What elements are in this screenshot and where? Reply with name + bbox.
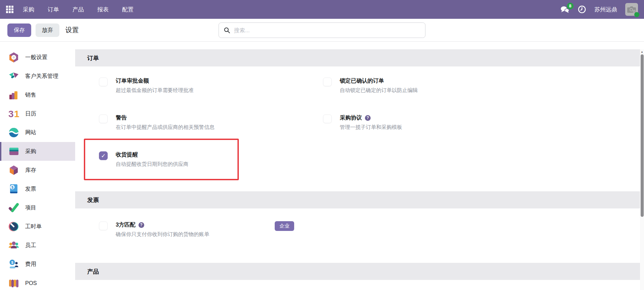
sidebar-item-label: POS [25, 280, 37, 286]
nav-reporting[interactable]: 报表 [97, 6, 109, 13]
scrollbar-thumb[interactable] [641, 54, 644, 217]
grid-icon [6, 6, 13, 13]
svg-text:3: 3 [8, 109, 14, 119]
nav-purchase[interactable]: 采购 [23, 6, 34, 13]
sidebar-item-label: 一般设置 [25, 54, 47, 61]
sidebar-item-sales[interactable]: 销售 [0, 86, 75, 104]
invoicing-icon: $ [8, 183, 19, 195]
project-icon [8, 202, 19, 213]
sidebar-item-label: 网站 [25, 129, 36, 136]
employees-icon [8, 240, 19, 251]
general-settings-icon [8, 52, 19, 63]
setting-description: 管理一揽子订单和采购模板 [340, 124, 402, 131]
setting-description: 确保你只支付你收到你订购的货物的账单 [116, 231, 209, 238]
nav-configuration[interactable]: 配置 [122, 6, 133, 13]
section-title: 发票 [87, 196, 99, 204]
setting-purchase-agreements: ✓ 采购协议 ? 管理一揽子订单和采购模板 [323, 114, 547, 135]
online-status-dot [634, 12, 639, 17]
timesheets-icon [8, 221, 19, 232]
sidebar-item-label: 客户关系管理 [25, 72, 58, 80]
nav-products[interactable]: 产品 [72, 6, 84, 13]
sidebar-item-label: 发票 [25, 185, 36, 193]
control-panel: 保存 放弃 设置 [0, 19, 644, 42]
discard-button[interactable]: 放弃 [36, 23, 59, 37]
calendar-icon: 3 1 [8, 108, 19, 119]
messages-button[interactable]: 8 [560, 6, 570, 13]
pos-icon [8, 277, 19, 289]
messages-badge: 8 [567, 3, 574, 9]
sidebar-item-project[interactable]: 项目 [0, 198, 75, 217]
setting-order-approval: ✓ 订单审批金额 超过最低金额的订单需要经理批准 [99, 77, 323, 98]
nav-orders[interactable]: 订单 [48, 6, 59, 13]
help-icon[interactable]: ? [365, 115, 371, 121]
apps-menu-icon[interactable] [6, 5, 14, 13]
setting-title: 订单审批金额 [116, 77, 194, 85]
sidebar-item-label: 日历 [25, 110, 36, 117]
sidebar-item-label: 采购 [25, 148, 36, 155]
orders-rows: ✓ 订单审批金额 超过最低金额的订单需要经理批准 ✓ 锁定已确认的订单 自动锁定… [75, 66, 644, 188]
user-avatar[interactable] [625, 3, 638, 16]
activities-button[interactable] [578, 5, 586, 14]
top-menu: 采购 订单 产品 报表 配置 [23, 6, 133, 13]
sidebar-item-invoicing[interactable]: $ 发票 [0, 180, 75, 198]
section-header-invoicing: 发票 [75, 191, 640, 208]
camera-placeholder-icon [627, 6, 636, 13]
purchase-agreements-checkbox[interactable]: ✓ [323, 114, 332, 123]
setting-3way-matching: ✓ 3方匹配 ? 确保你只支付你收到你订购的货物的账单 企业 [99, 221, 323, 242]
setting-description: 自动锁定已确定的订单以防止编辑 [340, 87, 418, 94]
setting-title: 3方匹配 [116, 221, 136, 229]
sales-icon [8, 89, 19, 101]
search-icon [224, 27, 230, 34]
purchase-settings-page: 采购 订单 产品 报表 配置 8 苏州远鼎 [0, 0, 644, 290]
help-icon[interactable]: ? [139, 222, 144, 228]
topbar-right: 8 苏州远鼎 [560, 3, 638, 16]
sidebar-item-employees[interactable]: 员工 [0, 236, 75, 255]
3way-matching-checkbox[interactable]: ✓ [99, 222, 108, 230]
svg-text:1: 1 [14, 109, 19, 119]
setting-warnings: ✓ 警告 在订单中提醒产品或供应商的相关预警信息 [99, 114, 323, 135]
content-scrollbar[interactable]: ▲ [640, 49, 644, 290]
receipt-reminder-checkbox[interactable]: ✓ [99, 151, 108, 160]
svg-text:$: $ [11, 260, 13, 264]
sidebar-item-website[interactable]: 网站 [0, 123, 75, 142]
sidebar-item-label: 费用 [25, 260, 36, 268]
section-title: 订单 [87, 54, 99, 62]
sidebar-item-pos[interactable]: POS [0, 274, 75, 290]
inventory-icon [8, 164, 19, 176]
settings-sidebar: 一般设置 客户关系管理 [0, 42, 75, 290]
sidebar-item-label: 项目 [25, 204, 36, 211]
company-name[interactable]: 苏州远鼎 [594, 6, 617, 13]
section-title: 产品 [87, 268, 99, 276]
main-area: 一般设置 客户关系管理 [0, 42, 644, 290]
setting-description: 自动提醒收货日期到您的供应商 [116, 161, 189, 168]
sidebar-item-expenses[interactable]: $ 费用 [0, 255, 75, 274]
sidebar-item-general-settings[interactable]: 一般设置 [0, 48, 75, 67]
save-button[interactable]: 保存 [7, 23, 31, 37]
sidebar-item-inventory[interactable]: 库存 [0, 161, 75, 180]
sidebar-item-label: 员工 [25, 242, 36, 249]
setting-title: 警告 [116, 114, 215, 122]
setting-lock-confirmed: ✓ 锁定已确认的订单 自动锁定已确定的订单以防止编辑 [323, 77, 547, 98]
page-title: 设置 [65, 26, 79, 35]
search-input[interactable] [234, 27, 420, 34]
sidebar-item-crm[interactable]: 客户关系管理 [0, 67, 75, 86]
crm-icon [8, 70, 19, 82]
setting-receipt-reminder: ✓ 收货提醒 自动提醒收货日期到您的供应商 [99, 151, 323, 172]
warnings-checkbox[interactable]: ✓ [99, 114, 108, 123]
order-approval-checkbox[interactable]: ✓ [99, 78, 108, 86]
lock-confirmed-checkbox[interactable]: ✓ [323, 78, 332, 86]
sidebar-item-timesheets[interactable]: 工时单 [0, 217, 75, 236]
sidebar-item-calendar[interactable]: 3 1 日历 [0, 104, 75, 123]
setting-title: 采购协议 [340, 114, 362, 122]
website-icon [8, 127, 19, 138]
section-header-orders: 订单 [75, 49, 640, 66]
setting-title: 锁定已确认的订单 [340, 77, 418, 85]
purchase-icon [8, 146, 19, 157]
search-box[interactable] [219, 22, 426, 38]
clock-icon [578, 5, 586, 14]
setting-description: 在订单中提醒产品或供应商的相关预警信息 [116, 124, 215, 131]
sidebar-item-label: 库存 [25, 166, 36, 174]
enterprise-badge: 企业 [275, 221, 294, 231]
sidebar-item-purchase[interactable]: 采购 [0, 142, 75, 161]
scrollbar-up-arrow[interactable]: ▲ [640, 49, 644, 54]
